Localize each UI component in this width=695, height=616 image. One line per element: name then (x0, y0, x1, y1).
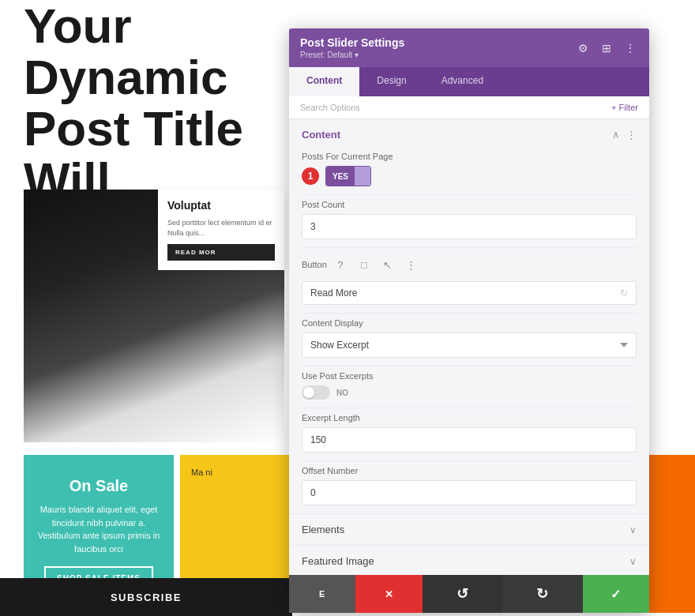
panel-header: Post Slider Settings Preset: Default ▾ ⚙… (289, 28, 649, 67)
no-toggle-knob (303, 387, 314, 398)
yes-label: YES (326, 167, 355, 186)
posts-toggle-row: 1 YES (302, 166, 637, 186)
panel-bottom-bar: E ✕ ↺ ↻ ✓ (289, 575, 649, 613)
section-featured-image-title: Featured Image (302, 555, 374, 567)
excerpt-length-input[interactable] (302, 427, 637, 453)
save-icon: ✓ (610, 587, 621, 602)
post-card-text: Sed porttitor lect elementum id er Nulla… (167, 218, 275, 238)
section-elements-title: Elements (302, 524, 344, 535)
sync-icon[interactable]: ↻ (620, 287, 628, 299)
exit-button[interactable]: E (289, 575, 355, 613)
redo-button[interactable]: ↻ (502, 575, 582, 613)
no-toggle-label: NO (336, 389, 348, 397)
section-featured-image[interactable]: Featured Image ∨ (289, 545, 649, 577)
field-post-count: Post Count (289, 195, 649, 247)
field-label-excerpts: Use Post Excerpts (302, 371, 637, 381)
badge-1: 1 (302, 167, 319, 185)
post-card-title: Voluptat (167, 199, 275, 212)
field-label-content-display: Content Display (302, 318, 637, 328)
panel-body: Content ∧ ⋮ Posts For Current Page 1 YES… (289, 119, 649, 613)
content-section-header: Content ∧ ⋮ (289, 119, 649, 147)
help-icon[interactable]: ? (332, 256, 349, 273)
tab-design[interactable]: Design (359, 67, 423, 96)
panel-header-left: Post Slider Settings Preset: Default ▾ (300, 36, 404, 59)
search-placeholder[interactable]: Search Options (300, 103, 360, 112)
post-card: Voluptat Sed porttitor lect elementum id… (158, 190, 284, 270)
offset-number-input[interactable] (302, 480, 637, 505)
undo-button[interactable]: ↺ (423, 575, 502, 613)
field-label-offset: Offset Number (302, 466, 637, 475)
section-elements[interactable]: Elements ∨ (289, 513, 649, 545)
settings-icon[interactable]: ⚙ (575, 40, 591, 56)
field-use-post-excerpts: Use Post Excerpts NO (289, 366, 649, 408)
panel-tabs: Content Design Advanced (289, 67, 649, 96)
button-icons-row: ? □ ↖ ⋮ (332, 253, 420, 276)
filter-button[interactable]: + Filter (611, 103, 638, 112)
card-teal-title: On Sale (70, 477, 128, 495)
save-button[interactable]: ✓ (583, 575, 649, 613)
card-yellow-text: Ma ni (191, 466, 280, 479)
chevron-elements-icon: ∨ (629, 524, 637, 535)
subscribe-label: SUBSCRIBE (111, 592, 182, 603)
field-content-display: Content Display Show Excerpt Show Conten… (289, 314, 649, 366)
field-label-button: Button ? □ ↖ ⋮ (302, 253, 637, 276)
read-more-text: Read More (310, 287, 357, 299)
field-offset-number: Offset Number (289, 461, 649, 513)
exit-icon: E (319, 589, 325, 599)
section-more-icon[interactable]: ⋮ (626, 129, 637, 141)
settings-panel: Post Slider Settings Preset: Default ▾ ⚙… (289, 28, 649, 613)
field-button: Button ? □ ↖ ⋮ Read More ↻ (289, 248, 649, 313)
no-toggle-switch[interactable] (302, 385, 330, 400)
tab-content[interactable]: Content (289, 67, 359, 96)
section-header-icons: ∧ ⋮ (612, 129, 637, 141)
more-icon[interactable]: ⋮ (622, 40, 638, 56)
excerpts-toggle-row: NO (302, 385, 637, 400)
field-label-count: Post Count (302, 200, 637, 209)
delete-button[interactable]: ✕ (355, 575, 422, 613)
field-posts-current-page: Posts For Current Page 1 YES (289, 147, 649, 194)
cursor-icon[interactable]: ↖ (379, 256, 396, 273)
card-teal-text: Mauris blandit aliquet elit, eget tincid… (36, 503, 161, 555)
post-count-input[interactable] (302, 214, 637, 239)
field-label-excerpt-length: Excerpt Length (302, 413, 637, 423)
bottom-bar: SUBSCRIBE (0, 578, 292, 616)
chevron-featured-icon: ∨ (629, 556, 637, 567)
field-label-posts: Posts For Current Page (302, 152, 637, 161)
content-section-title: Content (302, 129, 340, 141)
undo-icon: ↺ (456, 585, 468, 603)
columns-icon[interactable]: ⊞ (599, 40, 614, 56)
more-options-icon[interactable]: ⋮ (403, 256, 420, 273)
yes-handle[interactable] (355, 167, 370, 186)
collapse-icon[interactable]: ∧ (612, 129, 620, 141)
panel-preset[interactable]: Preset: Default ▾ (300, 51, 404, 59)
content-display-select[interactable]: Show Excerpt Show Content (302, 332, 637, 358)
post-card-button[interactable]: READ MOR (167, 244, 275, 261)
tab-advanced[interactable]: Advanced (424, 67, 501, 96)
panel-title: Post Slider Settings (300, 36, 404, 49)
panel-search-bar: Search Options + Filter (289, 96, 649, 119)
mobile-icon[interactable]: □ (355, 256, 373, 273)
read-more-row: Read More ↻ (302, 281, 637, 305)
redo-icon: ↻ (536, 585, 548, 603)
panel-header-icons: ⚙ ⊞ ⋮ (575, 40, 638, 56)
field-excerpt-length: Excerpt Length (289, 408, 649, 460)
yes-toggle[interactable]: YES (325, 166, 371, 186)
delete-icon: ✕ (385, 588, 393, 600)
